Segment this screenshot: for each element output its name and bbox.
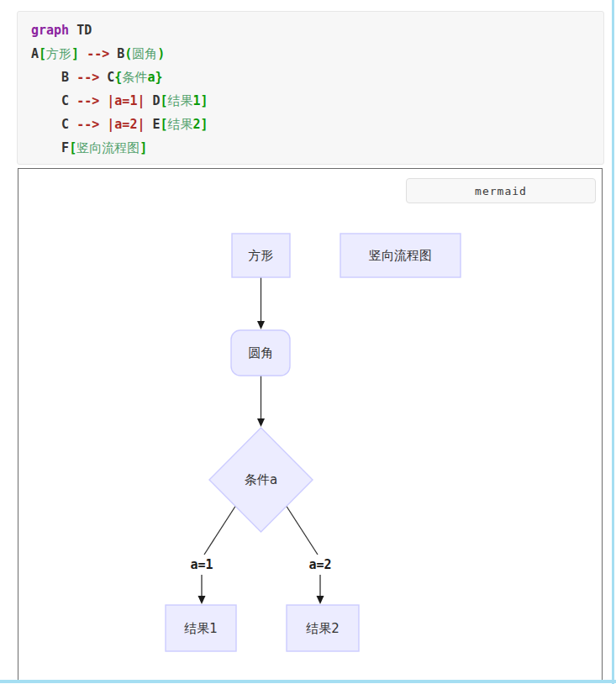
- code-token: C: [31, 93, 76, 108]
- node-square-label: 方形: [249, 248, 274, 263]
- code-token: ]: [71, 46, 79, 61]
- code-token: 竖向流程图: [76, 140, 140, 155]
- code-token: -->: [76, 117, 99, 132]
- code-token: [99, 93, 107, 108]
- code-token: |a=2|: [107, 117, 145, 132]
- edge-C-E: a=2: [286, 505, 332, 604]
- diagram-panel: mermaid a=1 a=2: [18, 168, 603, 682]
- code-token: B: [31, 70, 76, 85]
- code-token: E: [145, 117, 160, 132]
- code-line: A[方形] --> B(圆角): [31, 42, 590, 66]
- code-token: 结果: [168, 93, 193, 108]
- flowchart-svg: a=1 a=2 方形 竖向流程图: [18, 169, 602, 681]
- code-token: -->: [87, 46, 109, 61]
- code-token: C: [31, 117, 76, 132]
- code-line: F[竖向流程图]: [31, 136, 590, 160]
- code-token: A: [31, 46, 39, 61]
- window-edge-right-line: [612, 0, 614, 684]
- code-line: C --> |a=2| E[结果2]: [31, 113, 590, 136]
- code-token: TD: [69, 23, 92, 38]
- code-block: graph TDA[方形] --> B(圆角) B --> C{条件a} C -…: [17, 11, 604, 165]
- code-token: -->: [76, 93, 99, 108]
- node-result-1: 结果1: [166, 605, 236, 651]
- code-token: 结果: [168, 117, 193, 132]
- code-token: 1: [193, 93, 201, 108]
- code-token: B: [109, 46, 124, 61]
- edge-label-a1: a=1: [190, 557, 213, 572]
- node-rounded-label: 圆角: [249, 345, 274, 360]
- code-line: graph TD: [31, 18, 590, 42]
- node-vertical-flowchart-label: 竖向流程图: [369, 248, 432, 263]
- code-token: ]: [201, 117, 208, 132]
- code-token: 方形: [46, 46, 71, 61]
- code-token: C: [99, 70, 114, 85]
- code-token: graph: [31, 23, 69, 38]
- code-token: 条件: [122, 70, 147, 85]
- code-token: [99, 117, 107, 132]
- node-result-1-label: 结果1: [184, 621, 218, 636]
- node-rounded: 圆角: [231, 330, 290, 376]
- window-edge-bottom-line: [0, 680, 616, 683]
- node-square: 方形: [232, 234, 290, 277]
- code-line: B --> C{条件a}: [31, 66, 590, 89]
- node-condition-diamond: 条件a: [209, 428, 313, 532]
- code-token: ]: [201, 93, 208, 108]
- code-token: }: [155, 70, 162, 85]
- code-token: |a=1|: [107, 93, 145, 108]
- code-token: 圆角: [132, 46, 157, 61]
- edge-B-C: [257, 376, 265, 427]
- code-token: -->: [76, 70, 99, 85]
- node-condition-label: 条件a: [245, 472, 277, 487]
- code-token: F: [31, 140, 69, 155]
- page: graph TDA[方形] --> B(圆角) B --> C{条件a} C -…: [0, 0, 616, 684]
- code-token: [: [69, 140, 76, 155]
- node-result-2-label: 结果2: [306, 621, 340, 636]
- code-token: ): [157, 46, 165, 61]
- code-token: D: [145, 93, 160, 108]
- edge-label-a2: a=2: [308, 557, 331, 572]
- code-token: [: [161, 117, 168, 132]
- node-result-2: 结果2: [287, 605, 359, 651]
- code-token: [79, 46, 87, 61]
- code-line: C --> |a=1| D[结果1]: [31, 89, 590, 113]
- code-token: [: [39, 46, 46, 61]
- code-token: 2: [193, 117, 201, 132]
- code-token: [: [161, 93, 168, 108]
- code-token: ]: [140, 140, 147, 155]
- edge-A-B: [257, 277, 265, 329]
- code-token: (: [124, 46, 132, 61]
- edge-C-D: a=1: [190, 505, 236, 604]
- node-vertical-flowchart: 竖向流程图: [340, 234, 461, 277]
